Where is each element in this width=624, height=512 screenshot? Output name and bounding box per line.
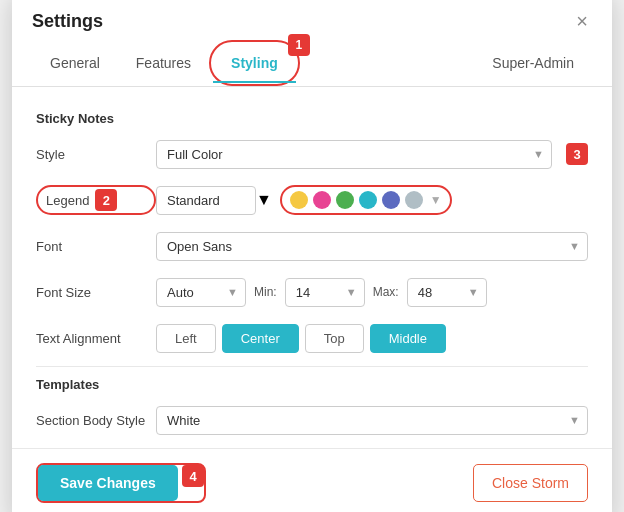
font-size-auto-select[interactable]: Auto Fixed bbox=[156, 278, 246, 307]
color-dot-green[interactable] bbox=[336, 191, 354, 209]
legend-select-wrapper: Standard Custom ▼ bbox=[156, 186, 272, 215]
align-center-button[interactable]: Center bbox=[222, 324, 299, 353]
legend-select[interactable]: Standard Custom bbox=[156, 186, 256, 215]
close-storm-button[interactable]: Close Storm bbox=[473, 464, 588, 502]
font-size-max-select[interactable]: 24 36 48 60 bbox=[407, 278, 487, 307]
font-select[interactable]: Open Sans Arial Roboto bbox=[156, 232, 588, 261]
annotation-3: 3 bbox=[566, 143, 588, 165]
section-body-style-control: White Light Gray Dark ▼ bbox=[156, 406, 588, 435]
tabs-bar: General Features Styling 1 Super-Admin bbox=[12, 40, 612, 88]
annotation-2: 2 bbox=[95, 189, 117, 211]
section-divider bbox=[36, 366, 588, 367]
color-dots-container: ▼ bbox=[286, 189, 446, 211]
section-body-style-row: Section Body Style White Light Gray Dark… bbox=[36, 402, 588, 438]
align-middle-button[interactable]: Middle bbox=[370, 324, 446, 353]
font-size-control: Auto Fixed ▼ Min: 10 12 14 16 ▼ Max: bbox=[156, 278, 588, 307]
tab-super-admin[interactable]: Super-Admin bbox=[474, 40, 592, 88]
section-body-style-label: Section Body Style bbox=[36, 413, 156, 428]
save-button-container: Save Changes 4 bbox=[36, 463, 206, 503]
tab-general[interactable]: General bbox=[32, 40, 118, 88]
legend-row: Legend 2 Standard Custom ▼ bbox=[36, 182, 588, 218]
font-size-auto-wrapper: Auto Fixed ▼ bbox=[156, 278, 246, 307]
legend-chevron-icon: ▼ bbox=[256, 191, 272, 209]
font-select-wrapper: Open Sans Arial Roboto ▼ bbox=[156, 232, 588, 261]
legend-label: Legend bbox=[46, 193, 89, 208]
font-label: Font bbox=[36, 239, 156, 254]
color-dot-yellow[interactable] bbox=[290, 191, 308, 209]
color-picker-chevron-icon: ▼ bbox=[430, 193, 442, 207]
modal-title: Settings bbox=[32, 11, 103, 32]
font-size-row: Font Size Auto Fixed ▼ Min: 10 12 14 16 bbox=[36, 274, 588, 310]
style-row: Style Full Color Minimal Classic ▼ 3 bbox=[36, 136, 588, 172]
align-top-button[interactable]: Top bbox=[305, 324, 364, 353]
color-dot-blue[interactable] bbox=[382, 191, 400, 209]
style-label: Style bbox=[36, 147, 156, 162]
settings-modal: Settings × General Features Styling 1 Su… bbox=[12, 0, 612, 512]
color-dot-gray[interactable] bbox=[405, 191, 423, 209]
sticky-notes-section-title: Sticky Notes bbox=[36, 111, 588, 126]
font-control: Open Sans Arial Roboto ▼ bbox=[156, 232, 588, 261]
font-size-label: Font Size bbox=[36, 285, 156, 300]
modal-header: Settings × bbox=[12, 0, 612, 32]
section-body-style-select-wrapper: White Light Gray Dark ▼ bbox=[156, 406, 588, 435]
modal-body: Sticky Notes Style Full Color Minimal Cl… bbox=[12, 87, 612, 438]
annotation-1: 1 bbox=[288, 34, 310, 56]
annotation-4: 4 bbox=[182, 465, 204, 487]
font-size-min-select[interactable]: 10 12 14 16 bbox=[285, 278, 365, 307]
min-label: Min: bbox=[254, 285, 277, 299]
style-select[interactable]: Full Color Minimal Classic bbox=[156, 140, 552, 169]
text-alignment-row: Text Alignment Left Center Top Middle bbox=[36, 320, 588, 356]
max-label: Max: bbox=[373, 285, 399, 299]
save-changes-button[interactable]: Save Changes bbox=[38, 465, 178, 501]
font-size-min-wrapper: 10 12 14 16 ▼ bbox=[285, 278, 365, 307]
color-dot-cyan[interactable] bbox=[359, 191, 377, 209]
style-select-wrapper: Full Color Minimal Classic ▼ bbox=[156, 140, 552, 169]
text-alignment-control: Left Center Top Middle bbox=[156, 324, 588, 353]
templates-section-title: Templates bbox=[36, 377, 588, 392]
legend-control: Standard Custom ▼ ▼ bbox=[156, 185, 588, 215]
text-alignment-label: Text Alignment bbox=[36, 331, 156, 346]
close-modal-button[interactable]: × bbox=[572, 11, 592, 31]
modal-footer: Save Changes 4 Close Storm bbox=[12, 448, 612, 512]
color-dot-pink[interactable] bbox=[313, 191, 331, 209]
tab-styling[interactable]: Styling bbox=[213, 45, 296, 83]
font-size-max-wrapper: 24 36 48 60 ▼ bbox=[407, 278, 487, 307]
style-control: Full Color Minimal Classic ▼ 3 bbox=[156, 140, 588, 169]
font-row: Font Open Sans Arial Roboto ▼ bbox=[36, 228, 588, 264]
section-body-style-select[interactable]: White Light Gray Dark bbox=[156, 406, 588, 435]
tab-features[interactable]: Features bbox=[118, 40, 209, 88]
align-left-button[interactable]: Left bbox=[156, 324, 216, 353]
